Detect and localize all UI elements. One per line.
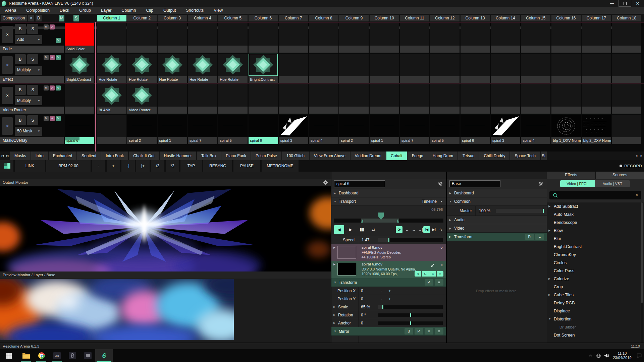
- pause-icon[interactable]: ▮▮: [357, 225, 367, 234]
- clip-cell[interactable]: spiral 3: [491, 115, 520, 144]
- live-icon[interactable]: Live: [50, 349, 64, 362]
- effect-item-cube-tiles[interactable]: ▶Cube Tiles: [547, 291, 644, 299]
- channel-a-button[interactable]: A: [437, 271, 443, 277]
- column-header-4[interactable]: Column 4: [188, 15, 217, 21]
- clip-cell[interactable]: spiral 2: [127, 115, 157, 144]
- column-header-17[interactable]: Column 17: [582, 15, 611, 21]
- composition-bypass-button[interactable]: B: [36, 15, 42, 21]
- deck-tab-cobalt[interactable]: Cobalt: [386, 152, 408, 160]
- clip-cell[interactable]: Hue Rotate: [127, 54, 157, 83]
- param-value[interactable]: 65 %: [361, 303, 370, 311]
- layer-settings-gear-icon[interactable]: [538, 181, 543, 186]
- resolume-icon[interactable]: 6: [95, 349, 113, 362]
- master-slider[interactable]: [496, 209, 543, 213]
- clip-cell[interactable]: Hue Rotate: [218, 54, 248, 83]
- deck-tab-sentient[interactable]: Sentient: [77, 152, 101, 160]
- spread-icon[interactable]: ⇆: [437, 226, 444, 233]
- clip-cell[interactable]: [158, 84, 187, 114]
- clip-cell[interactable]: [521, 54, 550, 83]
- layer-blend-dropdown[interactable]: Add▼: [15, 35, 42, 44]
- effect-item-dot-screen[interactable]: Dot Screen: [547, 331, 644, 339]
- clip-cell[interactable]: [612, 54, 641, 83]
- clip-cell[interactable]: [309, 84, 338, 114]
- effect-item-distortion[interactable]: ▼Distortion: [547, 315, 644, 323]
- deck-tab-piano-funk[interactable]: Piano Funk: [221, 152, 251, 160]
- resync-button[interactable]: RESYNC: [203, 160, 233, 172]
- clip-cell[interactable]: [249, 84, 278, 114]
- bpm-double-button[interactable]: *2: [166, 160, 180, 172]
- clip-cell[interactable]: Hue Rotate: [97, 54, 126, 83]
- menu-output[interactable]: Output: [158, 7, 181, 14]
- clip-cell[interactable]: [521, 84, 550, 114]
- tab-effects[interactable]: Effects: [547, 172, 595, 179]
- column-header-18[interactable]: Column 18: [612, 15, 641, 21]
- pause-button[interactable]: PAUSE: [233, 160, 261, 172]
- layer-close-button[interactable]: ×: [2, 26, 13, 43]
- clip-transport-section[interactable]: ▼ Transport Timeline ▼: [331, 197, 446, 206]
- effect-item-color-pass[interactable]: Color Pass: [547, 267, 644, 275]
- layer-blend-dropdown[interactable]: Multiply▼: [15, 96, 42, 105]
- clip-name-input[interactable]: spiral 6: [334, 180, 385, 187]
- clip-cell[interactable]: BLANK: [97, 84, 126, 114]
- increment-button[interactable]: +: [388, 287, 391, 295]
- menu-deck[interactable]: Deck: [55, 7, 74, 14]
- clip-cell[interactable]: [582, 84, 611, 114]
- clip-cell[interactable]: [430, 54, 460, 83]
- remove-button[interactable]: ×: [425, 328, 433, 335]
- effect-item-dr-bibber[interactable]: Dr Bibber: [547, 323, 644, 331]
- layer-active-clip[interactable]: spiral 6: [65, 115, 94, 144]
- deck-scroll-left-icon[interactable]: ◀: [634, 152, 639, 160]
- clip-cell[interactable]: spiral 5: [430, 115, 460, 144]
- clip-cell[interactable]: [309, 54, 338, 83]
- maximize-icon[interactable]: [619, 0, 631, 7]
- clip-cell[interactable]: [430, 23, 460, 53]
- clip-audio-file-row[interactable]: ▶ spiral 6.mov FFMPEG Audio Decoder, 44.…: [331, 244, 446, 261]
- camera-icon[interactable]: [66, 349, 79, 362]
- clip-cell[interactable]: [370, 84, 399, 114]
- clip-cell[interactable]: [279, 23, 308, 53]
- layer-blend-dropdown[interactable]: 50 Mask▼: [15, 127, 42, 136]
- deck-tab-prism-pulse[interactable]: Prism Pulse: [251, 152, 282, 160]
- output-settings-gear-icon[interactable]: [323, 180, 328, 185]
- clip-cell[interactable]: [218, 23, 248, 53]
- column-header-9[interactable]: Column 9: [339, 15, 369, 21]
- effect-item-crop[interactable]: Crop: [547, 283, 644, 291]
- clip-cell[interactable]: [370, 23, 399, 53]
- menu-icon[interactable]: ≡: [435, 279, 443, 286]
- effect-item-bright-contrast[interactable]: Bright.Contrast: [547, 243, 644, 251]
- layer-bypass-button[interactable]: B: [15, 115, 26, 125]
- clip-cell[interactable]: spiral 1: [370, 115, 399, 144]
- deck-tab-hustle-hammer[interactable]: Hustle Hammer: [160, 152, 197, 160]
- clip-cell[interactable]: [612, 115, 641, 144]
- layer-audio-button[interactable]: A: [50, 55, 55, 60]
- shuffle-icon[interactable]: ⇄: [368, 225, 378, 234]
- start-icon[interactable]: [2, 349, 15, 362]
- clip-cell[interactable]: [339, 54, 369, 83]
- layer-master-button[interactable]: M: [44, 55, 49, 60]
- effect-item-colorize[interactable]: ▶Colorize: [547, 275, 644, 283]
- effect-item-delay-rgb[interactable]: Delay RGB: [547, 299, 644, 307]
- clip-cell[interactable]: [279, 84, 308, 114]
- column-header-5[interactable]: Column 5: [218, 15, 248, 21]
- timeline-loop-segment[interactable]: [361, 219, 399, 223]
- param-slider[interactable]: [378, 305, 443, 309]
- layer-close-button[interactable]: ×: [2, 87, 13, 104]
- arrow-forward-icon[interactable]: →: [411, 226, 417, 233]
- taskbar-clock[interactable]: 11:10 23/04/2019: [610, 351, 634, 360]
- loop-end-marker[interactable]: [397, 219, 399, 223]
- snap-back-icon[interactable]: |◀: [423, 226, 430, 233]
- clip-cell[interactable]: spiral 4: [309, 115, 338, 144]
- layer-solo-button[interactable]: S: [27, 54, 38, 64]
- clip-cell[interactable]: spiral 7: [400, 115, 429, 144]
- column-header-14[interactable]: Column 14: [491, 15, 520, 21]
- column-header-16[interactable]: Column 16: [551, 15, 581, 21]
- bypass-button[interactable]: B: [405, 328, 413, 335]
- clip-cell[interactable]: [582, 54, 611, 83]
- menu-view[interactable]: View: [209, 7, 228, 14]
- clip-cell[interactable]: spiral 6: [461, 115, 490, 144]
- layer-common-section[interactable]: ▼ Common: [447, 197, 547, 206]
- layer-audio-section[interactable]: ▶ Audio: [447, 216, 547, 224]
- clip-cell[interactable]: [612, 23, 641, 53]
- menu-icon[interactable]: ≡: [435, 328, 443, 335]
- clip-cell[interactable]: [279, 54, 308, 83]
